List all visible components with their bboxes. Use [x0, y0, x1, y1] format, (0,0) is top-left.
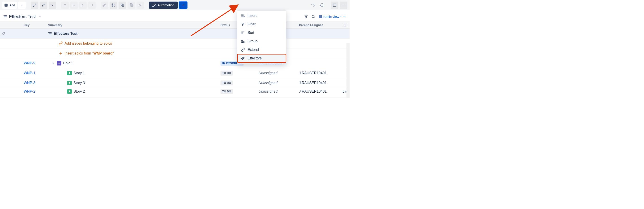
toolbar: Add Automation: [0, 0, 350, 10]
ellipsis-icon: [342, 3, 346, 7]
automation-plus-button[interactable]: [179, 2, 187, 9]
status-badge[interactable]: TO DO: [220, 89, 233, 94]
move-down-button[interactable]: [70, 2, 78, 9]
story-type-icon: [67, 89, 72, 94]
edit-button[interactable]: [100, 2, 108, 9]
cell-status: TO DO: [219, 88, 257, 95]
issue-key-link[interactable]: WNP-2: [24, 89, 36, 94]
automation-button[interactable]: Automation: [149, 2, 178, 9]
caret-down-icon[interactable]: [51, 61, 55, 65]
menu-item-filter[interactable]: Filter: [237, 20, 286, 29]
table-row-hint[interactable]: Insert epics from "WNP board": [0, 49, 350, 58]
cell-summary: Effectors Test: [46, 31, 219, 37]
chain-icon: [59, 42, 63, 46]
filter-icon[interactable]: [304, 15, 308, 19]
svg-point-9: [343, 5, 344, 5]
arrow-down-icon: [72, 3, 76, 7]
move-up-button[interactable]: [61, 2, 69, 9]
structure-icon: [3, 15, 7, 19]
view-selector[interactable]: Basic view*: [318, 15, 346, 19]
delete-button[interactable]: [136, 2, 144, 9]
cell-parent-assignee: JIRAUSER10401: [298, 70, 342, 76]
svg-rect-11: [242, 40, 243, 41]
structure-title-dropdown[interactable]: Effectors Test: [3, 14, 42, 19]
collapse-all-button[interactable]: [40, 2, 47, 9]
add-column-button[interactable]: [342, 22, 348, 28]
search-icon[interactable]: [311, 15, 315, 19]
export-button[interactable]: [318, 2, 326, 9]
table-row-epic[interactable]: WNP-9 Epic 1 IN PROGRESS Bob Robertson: [0, 58, 350, 68]
wand-icon: [152, 3, 156, 7]
svg-rect-13: [242, 42, 243, 43]
add-button[interactable]: Add: [2, 2, 17, 9]
hint-link-insert-epics[interactable]: Insert epics from "WNP board": [59, 51, 114, 55]
menu-item-group[interactable]: Group: [237, 37, 286, 46]
outdent-button[interactable]: [79, 2, 87, 9]
svg-point-8: [342, 5, 342, 5]
menu-item-extend[interactable]: Extend: [237, 46, 286, 54]
hint-text: Insert epics from "WNP board": [64, 51, 114, 55]
chevron-down-icon: [20, 3, 24, 7]
filter-icon: [241, 22, 245, 26]
table-row-story[interactable]: WNP-3 Story 3 TO DO Unassigned JIRAUSER1…: [0, 78, 350, 88]
row-handle: [0, 31, 22, 37]
insert-icon: [241, 14, 245, 18]
cell-summary: Story 1: [46, 70, 219, 76]
table-row-story[interactable]: WNP-2 Story 2 TO DO Unassigned JIRAUSER1…: [0, 88, 350, 98]
indent-button[interactable]: [88, 2, 96, 9]
issue-key-link[interactable]: WNP-1: [24, 71, 36, 75]
export-icon: [320, 3, 324, 7]
menu-item-effectors[interactable]: Effectors: [237, 54, 286, 63]
table-row-story[interactable]: WNP-1 Story 1 TO DO Unassigned JIRAUSER1…: [0, 68, 350, 78]
plus-icon: [181, 3, 185, 7]
epic-type-icon: [57, 61, 62, 66]
menu-item-label: Effectors: [248, 56, 262, 60]
cut-button[interactable]: [110, 2, 117, 9]
menu-item-label: Sort: [248, 31, 254, 35]
cell-parent-assignee: JIRAUSER10401: [298, 80, 342, 86]
paste-button[interactable]: [128, 2, 135, 9]
modified-indicator: *: [340, 15, 342, 19]
menu-item-label: Group: [248, 39, 258, 43]
copy-button[interactable]: [118, 2, 126, 9]
automation-add-menu: Insert Filter Sort Group Extend Effector…: [237, 10, 286, 64]
hint-link-add-issues[interactable]: Add issues belonging to epics: [59, 42, 112, 46]
view-label: Basic view: [323, 15, 339, 19]
story-type-icon: [67, 71, 72, 75]
status-badge[interactable]: TO DO: [220, 81, 233, 85]
panel-toggle-button[interactable]: [331, 2, 338, 9]
grid: Key Summary Status Assignee Parent Assig…: [0, 22, 350, 98]
menu-item-label: Extend: [248, 48, 259, 52]
story-type-icon: [67, 81, 72, 85]
share-button[interactable]: [309, 2, 317, 9]
arrow-right-dotted-icon: [90, 3, 94, 7]
plus-icon: [59, 51, 63, 55]
issue-key-link[interactable]: WNP-9: [24, 61, 36, 65]
expand-all-button[interactable]: [31, 2, 38, 9]
menu-item-insert[interactable]: Insert: [237, 12, 286, 20]
col-parent-assignee[interactable]: Parent Assignee: [298, 23, 342, 28]
add-dropdown-button[interactable]: [18, 2, 26, 9]
menu-item-sort[interactable]: Sort: [237, 29, 286, 37]
table-row-hint[interactable]: Add issues belonging to epics: [0, 39, 350, 49]
table-row-structure[interactable]: Effectors Test: [0, 29, 350, 39]
expand-arrows-icon: [32, 3, 36, 7]
paste-icon: [129, 3, 133, 7]
status-badge[interactable]: TO DO: [220, 71, 233, 76]
cell-key: WNP-2: [22, 89, 46, 94]
cell-summary: Story 2: [46, 88, 219, 95]
cell-key: WNP-1: [22, 70, 46, 76]
more-button[interactable]: [340, 2, 347, 9]
issue-summary: Epic 1: [63, 61, 73, 65]
x-icon: [138, 3, 142, 7]
chevron-down-icon: [50, 3, 54, 7]
columns-icon: [318, 15, 322, 19]
scrollbar[interactable]: [346, 43, 350, 98]
issue-summary: Story 1: [74, 71, 85, 75]
cell-summary: Insert epics from "WNP board": [46, 51, 219, 56]
col-summary[interactable]: Summary: [46, 23, 219, 28]
issue-key-link[interactable]: WNP-3: [24, 81, 36, 85]
expand-collapse-dropdown[interactable]: [48, 2, 56, 9]
issue-summary: Story 3: [74, 81, 85, 85]
col-key[interactable]: Key: [22, 23, 46, 28]
